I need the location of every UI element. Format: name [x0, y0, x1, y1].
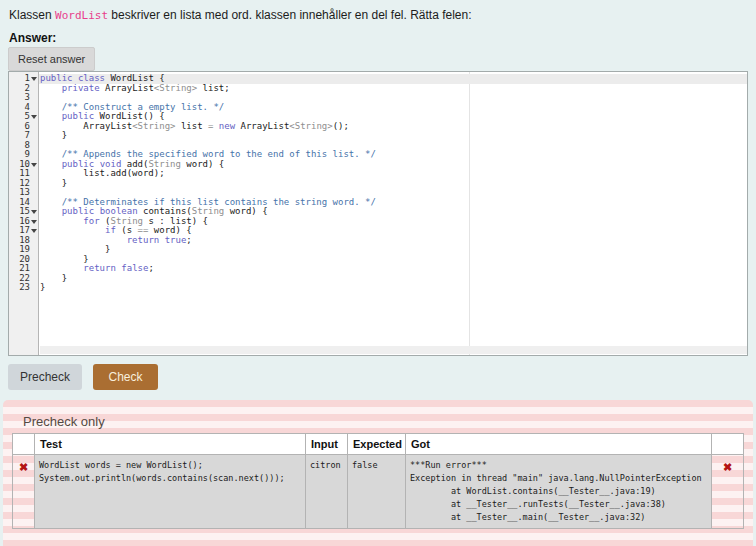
status-column-header-right	[712, 434, 744, 455]
code-line[interactable]: }	[39, 283, 747, 293]
fold-arrow-icon[interactable]	[30, 74, 38, 84]
result-row: ✖ WordList words = new WordList();System…	[13, 455, 744, 529]
editor-gutter: 1234567891011121314151617181920212223	[9, 72, 39, 355]
gutter-line-number[interactable]: 2	[9, 84, 38, 94]
code-line[interactable]: return true;	[39, 236, 747, 246]
got-cell: ***Run error***Exception in thread "main…	[406, 455, 712, 529]
expected-column-header: Expected	[348, 434, 406, 455]
expected-cell: false	[348, 455, 406, 529]
precheck-button[interactable]: Precheck	[8, 364, 82, 390]
got-column-header: Got	[406, 434, 712, 455]
gutter-line-number[interactable]: 4	[9, 103, 38, 113]
gutter-line-number[interactable]: 3	[9, 93, 38, 103]
check-button[interactable]: Check	[93, 364, 157, 390]
code-line[interactable]: }	[39, 131, 747, 141]
code-line[interactable]: }	[39, 274, 747, 284]
results-header-row: Test Input Expected Got	[13, 434, 744, 455]
precheck-results-panel: Precheck only Test Input Expected Got ✖ …	[3, 400, 753, 546]
editor-lines[interactable]: public class WordList { private ArrayLis…	[39, 72, 747, 355]
question-text: Klassen WordList beskriver en lista med …	[9, 8, 472, 22]
reset-answer-button[interactable]: Reset answer	[8, 47, 95, 71]
action-buttons: Precheck Check	[8, 364, 158, 390]
fail-icon-right: ✖	[712, 455, 744, 529]
fold-arrow-icon[interactable]	[30, 217, 38, 227]
fold-arrow-icon[interactable]	[30, 112, 38, 122]
gutter-line-number[interactable]: 8	[9, 141, 38, 151]
input-cell: citron	[306, 455, 348, 529]
code-editor[interactable]: 1234567891011121314151617181920212223 pu…	[8, 71, 748, 356]
code-line[interactable]: }	[39, 179, 747, 189]
fold-arrow-icon[interactable]	[30, 207, 38, 217]
fail-icon: ✖	[13, 455, 35, 529]
status-column-header	[13, 434, 35, 455]
gutter-line-number[interactable]: 23	[9, 283, 38, 293]
test-column-header: Test	[35, 434, 306, 455]
results-table: Test Input Expected Got ✖ WordList words…	[12, 433, 744, 529]
answer-label: Answer:	[9, 31, 56, 45]
gutter-line-number[interactable]: 7	[9, 131, 38, 141]
code-line[interactable]: private ArrayList<String> list;	[39, 84, 747, 94]
code-line[interactable]: }	[39, 245, 747, 255]
test-cell: WordList words = new WordList();System.o…	[35, 455, 306, 529]
gutter-line-number[interactable]: 5	[9, 112, 38, 122]
fold-arrow-icon[interactable]	[30, 226, 38, 236]
input-column-header: Input	[306, 434, 348, 455]
gutter-line-number[interactable]: 1	[9, 74, 38, 84]
gutter-line-number[interactable]: 6	[9, 122, 38, 132]
horizontal-scrollbar[interactable]	[40, 346, 747, 354]
results-title: Precheck only	[23, 414, 105, 429]
code-line[interactable]: ArrayList<String> list = new ArrayList<S…	[39, 122, 747, 132]
fold-arrow-icon[interactable]	[30, 160, 38, 170]
inline-code: WordList	[55, 9, 108, 22]
code-line[interactable]: return false;	[39, 264, 747, 274]
code-line[interactable]: list.add(word);	[39, 169, 747, 179]
